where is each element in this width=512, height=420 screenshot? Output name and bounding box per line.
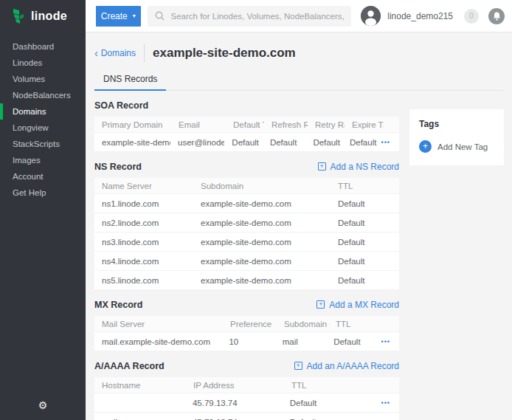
soa-record-table: Primary Domain Email Default TTL Refresh… [94, 117, 399, 152]
cell-name-server: ns2.linode.com [94, 218, 193, 227]
a-aaaa-record-table: Hostname IP Address TTL 45.79.13.74 Defa… [94, 377, 399, 420]
cell-ttl: Default [331, 199, 399, 208]
column-header: TTL [328, 320, 384, 328]
table-row: mail 45.79.13.74 Default ••• [94, 413, 399, 420]
cell-mail-server: mail.example-site-demo.com [94, 337, 221, 346]
column-header: Expire Time [345, 120, 384, 129]
cell-retry-rate: Default [305, 138, 342, 147]
cell-ttl: Default [283, 418, 381, 420]
sidebar-item-dashboard[interactable]: Dashboard [0, 38, 86, 55]
sidebar-nav: Dashboard Linodes Volumes NodeBalancers … [0, 38, 86, 201]
table-row: ns4.linode.com example-site-demo.com Def… [94, 252, 399, 271]
sidebar-item-account[interactable]: Account [0, 168, 86, 185]
notification-count-badge[interactable]: 0 [464, 9, 479, 24]
notifications-bell-button[interactable] [488, 8, 505, 24]
ns-record-table: Name Server Subdomain TTL ns1.linode.com… [94, 178, 399, 290]
sidebar-item-nodebalancers[interactable]: NodeBalancers [0, 87, 86, 103]
sidebar-item-longview[interactable]: Longview [0, 120, 86, 136]
a-aaaa-section-title: A/AAAA Record [94, 361, 165, 371]
plus-square-icon: + [318, 162, 326, 171]
column-header: Subdomain [277, 320, 328, 328]
cell-ttl: Default [326, 337, 381, 346]
search-icon [155, 11, 165, 21]
cell-subdomain: example-site-demo.com [193, 199, 331, 208]
plus-square-icon: + [294, 362, 302, 370]
column-header: Retry Rate [308, 120, 345, 129]
cell-ttl: Default [331, 276, 399, 285]
sidebar-item-domains[interactable]: Domains [0, 103, 86, 120]
add-a-aaaa-record-label: Add an A/AAAA Record [307, 361, 399, 371]
table-header-row: Primary Domain Email Default TTL Refresh… [94, 117, 399, 133]
create-button-label: Create [101, 11, 128, 21]
cell-subdomain: example-site-demo.com [193, 276, 331, 285]
username[interactable]: linode_demo215 [387, 11, 453, 21]
column-header: Preference [223, 320, 277, 328]
cell-ttl: Default [331, 218, 399, 227]
column-header: Default TTL [226, 120, 264, 129]
cell-ttl: Default [331, 257, 399, 266]
table-row: ns5.linode.com example-site-demo.com Def… [94, 271, 399, 290]
settings-gear-icon[interactable]: ⚙ [0, 399, 86, 411]
user-area: linode_demo215 0 [361, 6, 505, 26]
table-header-row: Name Server Subdomain TTL [94, 178, 399, 194]
add-ns-record-button[interactable]: + Add a NS Record [318, 162, 399, 172]
linode-logo-icon [11, 8, 26, 24]
cell-expire-time: Default [342, 138, 381, 147]
column-header: Name Server [94, 182, 193, 190]
table-row: ns2.linode.com example-site-demo.com Def… [94, 213, 399, 233]
breadcrumb: ‹ Domains example-site-demo.com [94, 44, 504, 63]
row-actions-ellipsis-icon[interactable]: ••• [381, 399, 399, 407]
cell-subdomain: example-site-demo.com [193, 257, 331, 266]
breadcrumb-back-link[interactable]: ‹ Domains [94, 48, 136, 58]
sidebar: linode Dashboard Linodes Volumes NodeBal… [0, 0, 86, 420]
avatar[interactable] [361, 6, 381, 26]
table-row: example-site-demo.com user@linode.com De… [94, 133, 399, 152]
sidebar-item-images[interactable]: Images [0, 152, 86, 168]
cell-name-server: ns4.linode.com [94, 257, 193, 266]
column-header: Subdomain [193, 182, 331, 190]
search-input[interactable] [171, 12, 345, 21]
column-header: TTL [284, 381, 384, 390]
table-header-row: Hostname IP Address TTL [94, 377, 399, 393]
sidebar-item-stackscripts[interactable]: StackScripts [0, 136, 86, 152]
column-header: Hostname [94, 381, 186, 390]
column-header: IP Address [186, 381, 284, 390]
row-actions-ellipsis-icon[interactable]: ••• [381, 139, 399, 146]
cell-email: user@linode.com [170, 138, 224, 147]
top-header: Create ▾ linode_demo215 0 [86, 0, 512, 32]
mx-record-table: Mail Server Preference Subdomain TTL mai… [94, 316, 399, 351]
cell-ip-address: 45.79.13.74 [185, 399, 283, 407]
create-button[interactable]: Create ▾ [96, 6, 141, 27]
breadcrumb-divider [144, 44, 145, 62]
plus-circle-icon: + [419, 140, 432, 153]
table-row: mail.example-site-demo.com 10 mail Defau… [94, 332, 399, 351]
add-new-tag-button[interactable]: + Add New Tag [419, 140, 494, 153]
page-title: example-site-demo.com [153, 46, 296, 61]
table-row: ns1.linode.com example-site-demo.com Def… [94, 194, 399, 213]
chevron-down-icon: ▾ [133, 13, 136, 19]
tab-bar: DNS Records [94, 69, 504, 91]
sidebar-item-get-help[interactable]: Get Help [0, 185, 86, 201]
cell-preference: 10 [221, 337, 274, 346]
column-header: Primary Domain [94, 120, 171, 129]
tab-dns-records[interactable]: DNS Records [94, 69, 166, 91]
column-header: Mail Server [94, 320, 223, 328]
add-mx-record-button[interactable]: + Add a MX Record [316, 300, 399, 310]
cell-refresh-rate: Default [263, 138, 305, 147]
chevron-left-icon: ‹ [94, 48, 98, 58]
row-actions-ellipsis-icon[interactable]: ••• [381, 338, 399, 345]
table-row: ns3.linode.com example-site-demo.com Def… [94, 233, 399, 252]
user-icon [361, 6, 381, 26]
cell-name-server: ns1.linode.com [94, 199, 193, 208]
sidebar-item-volumes[interactable]: Volumes [0, 71, 86, 87]
add-new-tag-label: Add New Tag [437, 142, 488, 151]
column-header: TTL [331, 182, 399, 190]
bell-icon [493, 12, 501, 21]
cell-ttl: Default [331, 238, 399, 247]
cell-subdomain: mail [275, 337, 326, 346]
add-a-aaaa-record-button[interactable]: + Add an A/AAAA Record [294, 361, 399, 371]
ns-section-title: NS Record [94, 162, 142, 172]
linode-logo[interactable]: linode [0, 0, 86, 32]
sidebar-item-linodes[interactable]: Linodes [0, 55, 86, 71]
global-search[interactable] [148, 6, 352, 27]
